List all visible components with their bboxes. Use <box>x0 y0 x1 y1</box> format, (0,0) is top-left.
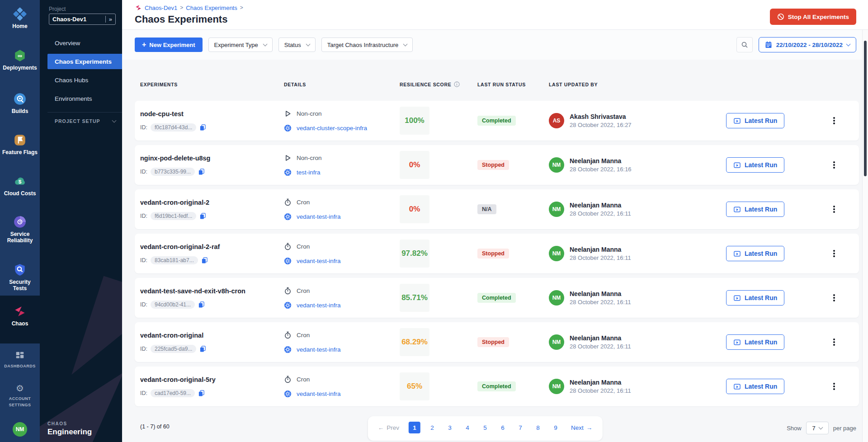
copy-icon[interactable] <box>198 168 205 175</box>
svg-text:$: $ <box>19 179 22 184</box>
run-video-icon <box>733 250 741 258</box>
table-row[interactable]: nginx-pod-delete-u8sg ID: b773c335-99...… <box>135 145 859 185</box>
infrastructure-link[interactable]: test-infra <box>297 169 321 176</box>
info-icon[interactable] <box>454 81 460 87</box>
sidebar-item-home[interactable]: Home <box>0 7 40 29</box>
collapse-sidebar-icon[interactable]: » <box>105 16 112 23</box>
infrastructure-link[interactable]: vedant-test-infra <box>297 390 341 397</box>
main-content: Chaos-Dev1 > Chaos Experiments > Chaos E… <box>122 0 868 442</box>
next-page-button[interactable]: Next → <box>571 424 592 431</box>
copy-icon[interactable] <box>201 257 208 263</box>
sidebar-item-dashboards[interactable]: DASHBOARDS <box>0 351 40 369</box>
infrastructure-link[interactable]: vedant-test-infra <box>297 213 341 220</box>
table-row[interactable]: vedant-cron-original ID: 225fcad5-da9...… <box>135 322 859 362</box>
status-badge: Stopped <box>477 249 509 259</box>
toolbar: + New Experiment Experiment Type Status … <box>122 30 868 60</box>
infrastructure-link[interactable]: vedant-test-infra <box>297 302 341 309</box>
row-menu-kebab-icon[interactable] <box>830 381 838 392</box>
row-menu-kebab-icon[interactable] <box>830 115 838 126</box>
row-menu-kebab-icon[interactable] <box>830 337 838 348</box>
sidebar-item-environments[interactable]: Environments <box>47 91 122 106</box>
play-icon <box>284 110 292 118</box>
latest-run-button[interactable]: Latest Run <box>726 113 784 128</box>
deployments-icon: ∞ <box>13 49 27 62</box>
infrastructure-link[interactable]: vedant-test-infra <box>297 346 341 353</box>
breadcrumb-experiments-link[interactable]: Chaos Experiments <box>186 5 237 11</box>
plus-icon: + <box>142 41 146 49</box>
sidebar-item-chaos-experiments[interactable]: Chaos Experiments <box>47 54 122 69</box>
sidebar-item-feature-flags[interactable]: Feature Flags <box>0 133 40 155</box>
experiment-type-filter[interactable]: Experiment Type <box>208 38 273 52</box>
chevron-down-icon <box>112 118 117 123</box>
updated-date: 28 October 2022, 16:11 <box>570 210 631 217</box>
column-experiments: EXPERIMENTS <box>140 82 284 87</box>
row-menu-kebab-icon[interactable] <box>830 204 838 215</box>
table-row[interactable]: vedant-cron-original-5ry ID: cad17ed0-59… <box>135 367 859 406</box>
date-range-picker[interactable]: 22/10/2022 - 28/10/2022 <box>759 37 856 52</box>
page-button[interactable]: 6 <box>497 422 509 433</box>
resilience-score: 68.29% <box>400 328 429 356</box>
new-experiment-button[interactable]: + New Experiment <box>135 38 203 52</box>
sidebar-item-security-tests[interactable]: Security Tests <box>0 263 40 292</box>
copy-icon[interactable] <box>198 390 205 396</box>
copy-icon[interactable] <box>198 301 205 308</box>
search-button[interactable] <box>736 37 753 52</box>
latest-run-button[interactable]: Latest Run <box>726 202 784 217</box>
copy-icon[interactable] <box>199 212 206 219</box>
copy-icon[interactable] <box>199 345 206 352</box>
dashboards-icon <box>15 351 25 361</box>
status-badge: Stopped <box>477 337 509 347</box>
kubernetes-icon <box>284 301 292 309</box>
latest-run-button[interactable]: Latest Run <box>726 246 784 261</box>
page-button[interactable]: 4 <box>462 422 473 433</box>
page-button[interactable]: 5 <box>479 422 491 433</box>
row-menu-kebab-icon[interactable] <box>830 248 838 259</box>
table-row[interactable]: vedant-cron-original-2-raf ID: 83cab181-… <box>135 234 859 273</box>
infrastructure-link[interactable]: vedant-cluster-scope-infra <box>297 125 367 132</box>
project-selector[interactable]: Chaos-Dev1 » <box>49 14 116 25</box>
builds-icon <box>13 92 27 106</box>
page-button[interactable]: 3 <box>444 422 456 433</box>
kubernetes-icon <box>284 390 292 398</box>
page-button[interactable]: 2 <box>426 422 438 433</box>
sidebar-item-service-reliability[interactable]: Service Reliability <box>0 215 40 244</box>
schedule-type: Cron <box>297 287 310 294</box>
table-header: EXPERIMENTS DETAILS RESILIENCE SCORE LAS… <box>135 81 859 87</box>
table-row[interactable]: node-cpu-test ID: f0c187d4-43d... Non-cr… <box>135 101 859 141</box>
sidebar-item-chaos[interactable]: Chaos <box>0 305 40 327</box>
table-row[interactable]: vedant-test-save-nd-exit-v8h-cron ID: 94… <box>135 278 859 318</box>
latest-run-button[interactable]: Latest Run <box>726 379 784 394</box>
target-infrastructure-filter[interactable]: Target Chaos Infrastructure <box>321 38 413 52</box>
page-size-select[interactable]: 7 <box>806 422 829 434</box>
experiment-id: b773c335-99... <box>151 168 195 176</box>
sidebar-item-deployments[interactable]: ∞ Deployments <box>0 49 40 71</box>
infrastructure-link[interactable]: vedant-test-infra <box>297 258 341 264</box>
latest-run-button[interactable]: Latest Run <box>726 290 784 306</box>
stop-all-experiments-button[interactable]: Stop All Experiments <box>770 9 856 25</box>
row-menu-kebab-icon[interactable] <box>830 292 838 303</box>
row-menu-kebab-icon[interactable] <box>830 160 838 170</box>
sidebar-item-chaos-hubs[interactable]: Chaos Hubs <box>47 72 122 88</box>
copy-icon[interactable] <box>199 124 206 131</box>
sidebar-item-cloud-costs[interactable]: $ Cloud Costs <box>0 174 40 197</box>
table-row[interactable]: vedant-cron-original-2 ID: f6d19bc1-fedf… <box>135 189 859 229</box>
user-avatar[interactable]: NM <box>13 422 27 437</box>
breadcrumb-project-link[interactable]: Chaos-Dev1 <box>145 5 177 11</box>
latest-run-button[interactable]: Latest Run <box>726 334 784 350</box>
sidebar-item-overview[interactable]: Overview <box>47 35 122 51</box>
status-badge: Completed <box>477 381 516 391</box>
project-setup-toggle[interactable]: PROJECT SETUP <box>55 118 116 124</box>
status-filter[interactable]: Status <box>278 38 316 52</box>
page-button[interactable]: 8 <box>532 422 544 433</box>
page-button[interactable]: 1 <box>409 422 420 433</box>
sidebar-item-builds[interactable]: Builds <box>0 92 40 114</box>
page-button[interactable]: 9 <box>550 422 561 433</box>
updated-date: 28 October 2022, 16:11 <box>570 387 631 394</box>
sidebar-item-account-settings[interactable]: ⚙ ACCOUNT SETTINGS <box>0 383 40 408</box>
prev-page-button[interactable]: ← Prev <box>378 424 399 431</box>
results-summary: (1 - 7) of 60 <box>140 423 170 430</box>
page-button[interactable]: 7 <box>514 422 526 433</box>
latest-run-button[interactable]: Latest Run <box>726 157 784 173</box>
scrollbar-thumb[interactable] <box>864 41 867 176</box>
kubernetes-icon <box>284 124 292 132</box>
